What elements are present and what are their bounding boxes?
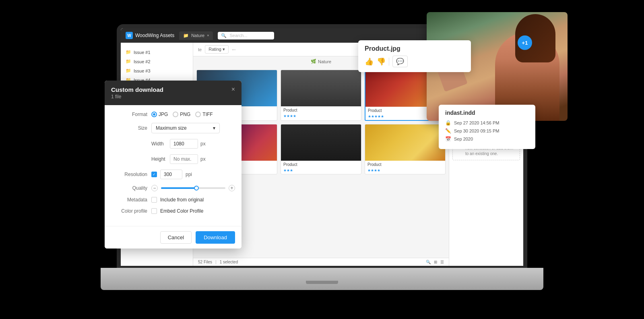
files-count: 52 Files xyxy=(198,260,212,264)
sidebar-item-issue3[interactable]: 📁 Issue #3 xyxy=(121,66,193,75)
quality-label: Quality xyxy=(111,185,147,191)
resolution-input[interactable] xyxy=(160,170,182,179)
laptop-notch xyxy=(306,281,338,284)
grid-item-image-2 xyxy=(281,70,361,106)
grid-item-5[interactable]: Product ★★★ xyxy=(281,124,361,174)
folder-icon: 📁 xyxy=(126,68,131,73)
width-controls: Width px xyxy=(151,139,235,149)
sidebar-item-issue1[interactable]: 📁 Issue #1 xyxy=(121,48,193,57)
plus-badge[interactable]: +1 xyxy=(518,35,532,50)
list-view-icon[interactable]: ☰ xyxy=(440,260,444,264)
floating-indast-card: indast.indd 🔒 Sep 27 2020 14:56 PM ✏️ Se… xyxy=(439,105,535,149)
color-profile-option: Embed Color Profile xyxy=(160,208,203,214)
resolution-unit: ppi xyxy=(186,172,192,177)
indast-created-row: 🔒 Sep 27 2020 14:56 PM xyxy=(445,120,529,126)
radio-png[interactable] xyxy=(173,112,178,117)
dialog-header: Custom download 1 file × xyxy=(105,81,242,105)
format-row: Format JPG PNG TIFF xyxy=(111,112,235,117)
height-controls: Height px xyxy=(151,154,235,164)
resolution-controls: ✓ ppi xyxy=(151,170,235,179)
metadata-option: Include from original xyxy=(160,197,204,203)
size-row: Size Maximum size ▾ xyxy=(111,123,235,133)
color-profile-label: Color profile xyxy=(111,208,147,214)
metadata-label: Metadata xyxy=(111,197,147,203)
color-profile-controls: Embed Color Profile xyxy=(151,208,235,214)
calendar-icon: 📅 xyxy=(445,136,451,142)
height-input[interactable] xyxy=(170,154,198,164)
grid-item-label-6: Product xyxy=(365,161,445,168)
dialog-subtitle: 1 file xyxy=(111,94,163,99)
lock-icon: 🔒 xyxy=(445,120,451,126)
dislike-button[interactable]: 👎 xyxy=(377,57,386,66)
resolution-row: Resolution ✓ ppi xyxy=(111,170,235,179)
height-row: Height px xyxy=(111,154,235,164)
search-bar[interactable]: 🔍 Search... xyxy=(218,32,274,39)
more-options-btn[interactable]: ··· xyxy=(232,47,235,52)
height-dim-label: Height xyxy=(151,156,167,162)
logo-icon: W xyxy=(126,32,133,39)
product-card-title: Product.jpg xyxy=(365,45,400,52)
bottom-bar: 52 Files | 1 selected 🔍 ⊞ ☰ xyxy=(193,258,449,266)
format-label: Format xyxy=(111,112,147,117)
color-profile-checkbox[interactable] xyxy=(151,208,157,214)
like-button[interactable]: 👍 xyxy=(365,57,374,66)
quality-increase-btn[interactable]: + xyxy=(229,185,235,191)
grid-item-stars-2: ★★★★ xyxy=(281,113,361,120)
format-jpg[interactable]: JPG xyxy=(151,112,168,117)
nature-icon: 🌿 xyxy=(311,59,316,64)
quality-fill xyxy=(161,187,196,189)
resolution-label: Resolution xyxy=(111,172,147,177)
comment-button[interactable]: 💬 xyxy=(392,56,408,67)
quality-decrease-btn[interactable]: − xyxy=(151,185,158,191)
toolbar-te: te xyxy=(198,47,202,52)
close-tab-icon[interactable]: × xyxy=(207,33,209,37)
radio-jpg[interactable] xyxy=(151,112,157,117)
format-png[interactable]: PNG xyxy=(173,112,190,117)
folder-icon: 📁 xyxy=(126,59,131,64)
selected-count: 1 selected xyxy=(220,260,238,264)
width-dim-label: Width xyxy=(151,141,167,147)
quality-slider: − + xyxy=(151,185,235,191)
chevron-down-icon: ▾ xyxy=(213,125,215,131)
zoom-icon[interactable]: 🔍 xyxy=(426,260,431,264)
dialog-footer: Cancel Download xyxy=(105,226,242,249)
metadata-checkbox[interactable] xyxy=(151,197,157,203)
grid-item-label-5: Product xyxy=(281,161,361,168)
download-button[interactable]: Download xyxy=(196,231,235,244)
grid-item-6[interactable]: Product ★★★★ xyxy=(365,124,446,174)
metadata-controls: Include from original xyxy=(151,197,235,203)
app-logo: W WoodWing Assets xyxy=(126,32,174,39)
app-name: WoodWing Assets xyxy=(135,33,174,38)
width-input[interactable] xyxy=(170,139,198,149)
radio-tiff[interactable] xyxy=(195,112,201,117)
quality-thumb[interactable] xyxy=(194,186,199,191)
grid-item-image-6 xyxy=(365,124,445,161)
laptop-frame: +1 Product.jpg 👍 👎 💬 indast.indd 🔒 Sep 2… xyxy=(101,24,543,306)
folder-icon: 📁 xyxy=(183,33,189,38)
edit-icon: ✏️ xyxy=(445,128,451,134)
width-unit: px xyxy=(200,141,206,147)
folder-icon: 📁 xyxy=(126,50,131,55)
grid-view-icon[interactable]: ⊞ xyxy=(434,260,437,264)
resolution-checkbox[interactable]: ✓ xyxy=(151,172,157,177)
dialog-title: Custom download xyxy=(111,86,163,93)
grid-item-label-2: Product xyxy=(281,106,361,113)
custom-download-dialog: Custom download 1 file × Format JPG PNG xyxy=(105,81,242,249)
cancel-button[interactable]: Cancel xyxy=(160,231,192,244)
size-select[interactable]: Maximum size ▾ xyxy=(151,123,220,133)
divider xyxy=(389,58,389,66)
folder-tab[interactable]: 📁 Nature × xyxy=(179,31,213,40)
search-icon: 🔍 xyxy=(221,33,227,38)
quality-track[interactable] xyxy=(161,187,225,189)
sidebar-item-issue2[interactable]: 📁 Issue #2 xyxy=(121,57,193,66)
format-tiff[interactable]: TIFF xyxy=(195,112,213,117)
grid-item-2[interactable]: Product ★★★★ xyxy=(281,70,361,121)
rating-btn[interactable]: Rating ▾ xyxy=(205,45,229,54)
dialog-close-button[interactable]: × xyxy=(231,86,235,93)
size-label: Size xyxy=(111,125,147,131)
indast-title: indast.indd xyxy=(445,110,529,116)
indast-period-row: 📅 Sep 2020 xyxy=(445,136,529,142)
height-unit: px xyxy=(200,156,206,162)
grid-item-stars-5: ★★★ xyxy=(281,168,361,174)
metadata-row: Metadata Include from original xyxy=(111,197,235,203)
